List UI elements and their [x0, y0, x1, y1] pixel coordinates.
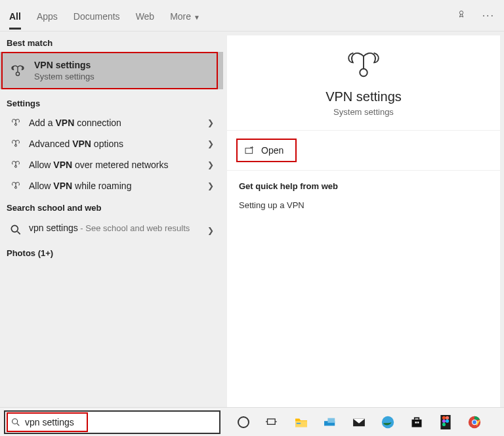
svg-point-13: [382, 416, 394, 427]
tab-web[interactable]: Web: [136, 2, 155, 30]
svg-point-1: [11, 225, 18, 232]
cortana-icon[interactable]: [231, 410, 256, 434]
chevron-right-icon: ❯: [207, 118, 214, 127]
svg-point-25: [472, 420, 476, 424]
chevron-right-icon: ❯: [207, 139, 214, 148]
svg-rect-6: [268, 419, 276, 424]
tab-more[interactable]: More▼: [170, 2, 200, 30]
preview-card: VPN settings System settings: [227, 35, 500, 130]
settings-header: Settings: [0, 92, 223, 112]
tab-documents[interactable]: Documents: [74, 2, 120, 30]
best-match-subtitle: System settings: [34, 72, 94, 81]
best-match-header: Best match: [0, 32, 223, 52]
chevron-right-icon: ❯: [207, 226, 214, 235]
svg-point-0: [459, 11, 463, 14]
file-explorer-icon[interactable]: [289, 410, 314, 434]
setting-vpn-metered[interactable]: Allow VPN over metered networks ❯: [0, 154, 223, 175]
svg-point-21: [446, 419, 449, 422]
preview-subtitle: System settings: [227, 107, 500, 117]
tab-apps[interactable]: Apps: [37, 2, 58, 30]
edge-icon[interactable]: [375, 410, 400, 434]
search-input[interactable]: vpn settings: [25, 417, 74, 427]
chevron-down-icon: ▼: [194, 14, 200, 21]
svg-line-2: [18, 232, 20, 234]
tab-all[interactable]: All: [9, 2, 21, 30]
svg-point-20: [442, 419, 446, 422]
quick-help-header: Get quick help from web: [239, 181, 488, 191]
search-web-result[interactable]: vpn settings - See school and web result…: [0, 217, 223, 242]
setting-vpn-roaming[interactable]: Allow VPN while roaming ❯: [0, 175, 223, 196]
vpn-icon: [9, 118, 22, 128]
svg-rect-11: [327, 418, 335, 422]
svg-rect-9: [297, 422, 301, 424]
vpn-icon: [9, 160, 22, 170]
svg-rect-3: [245, 148, 253, 154]
vpn-icon: [9, 181, 22, 191]
preview-title: VPN settings: [227, 89, 500, 104]
open-button[interactable]: Open: [236, 139, 297, 162]
svg-rect-16: [417, 422, 419, 424]
results-panel: Best match VPN settings System settings …: [0, 32, 223, 407]
svg-rect-17: [440, 415, 450, 429]
task-view-icon[interactable]: [260, 410, 285, 434]
quick-help: Get quick help from web Setting up a VPN: [227, 171, 500, 407]
svg-point-18: [442, 416, 446, 419]
svg-point-19: [446, 416, 449, 419]
app-icon-1[interactable]: [318, 410, 343, 434]
vpn-icon: [345, 51, 383, 80]
search-tabs: All Apps Documents Web More▼ ···: [0, 0, 504, 32]
svg-point-4: [12, 418, 18, 424]
photos-header: Photos (1+): [0, 242, 223, 262]
setting-advanced-vpn[interactable]: Advanced VPN options ❯: [0, 133, 223, 154]
search-icon: [9, 223, 22, 236]
best-match-title: VPN settings: [34, 60, 94, 70]
open-icon: [244, 146, 255, 155]
svg-line-5: [17, 424, 19, 425]
search-web-header: Search school and web: [0, 196, 223, 217]
chevron-right-icon: ❯: [207, 181, 214, 190]
store-icon[interactable]: [404, 410, 429, 434]
search-icon: [10, 417, 21, 427]
chrome-icon[interactable]: [462, 410, 487, 434]
search-box[interactable]: vpn settings: [4, 410, 220, 434]
preview-panel: VPN settings System settings Open Get qu…: [223, 32, 504, 407]
taskbar: vpn settings: [0, 407, 504, 436]
preview-actions: Open: [227, 131, 500, 170]
vpn-icon: [9, 139, 22, 149]
setting-add-vpn[interactable]: Add a VPN connection ❯: [0, 112, 223, 133]
svg-point-22: [442, 422, 446, 425]
chevron-right-icon: ❯: [207, 160, 214, 169]
reward-icon[interactable]: [457, 9, 468, 22]
vpn-icon: [9, 62, 26, 79]
help-link-setup-vpn[interactable]: Setting up a VPN: [239, 200, 488, 210]
more-options-icon[interactable]: ···: [482, 10, 495, 22]
figma-icon[interactable]: [433, 410, 458, 434]
svg-rect-15: [415, 422, 417, 424]
best-match-result[interactable]: VPN settings System settings: [1, 52, 218, 89]
mail-icon[interactable]: [346, 410, 371, 434]
